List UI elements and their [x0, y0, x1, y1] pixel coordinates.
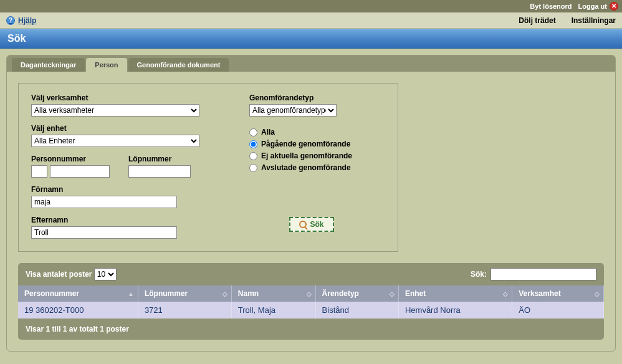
search-icon — [299, 221, 307, 228]
sort-icon: ◇ — [307, 290, 312, 297]
th-personnummer[interactable]: Personnummer ▲ — [18, 285, 138, 302]
tab-person[interactable]: Person — [86, 58, 127, 72]
fornamn-label: Förnamn — [31, 185, 218, 194]
change-password-link[interactable]: Byt lösenord — [530, 2, 572, 10]
radio-ej-aktuella[interactable]: Ej aktuella genomförande — [249, 151, 374, 160]
show-entries-select[interactable]: 10 — [94, 268, 117, 280]
th-arendetyp[interactable]: Ärendetyp ◇ — [315, 285, 398, 302]
sort-icon: ◇ — [595, 290, 600, 297]
help-label: Hjälp — [18, 16, 36, 25]
lopnummer-label: Löpnummer — [128, 155, 191, 163]
sort-icon: ◇ — [390, 290, 395, 297]
results-table: Personnummer ▲ Löpnummer ◇ Namn ◇ Ärende… — [18, 285, 604, 318]
radio-avslutade-input[interactable] — [249, 164, 257, 172]
help-link[interactable]: ? Hjälp — [6, 16, 36, 25]
cell-enhet: Hemvård Norra — [398, 302, 512, 318]
enhet-select[interactable]: Alla Enheter — [31, 135, 199, 147]
sort-icon: ◇ — [503, 290, 508, 297]
radio-pagaende[interactable]: Pågående genomförande — [249, 140, 374, 148]
cell-lopnummer: 3721 — [138, 302, 231, 318]
page-title: Sök — [7, 33, 26, 44]
personnummer-input[interactable] — [50, 165, 110, 178]
search-form: Välj verksamhet Alla verksamheter Välj e… — [18, 83, 398, 252]
table-search-label: Sök: — [471, 270, 487, 279]
verksamhet-select[interactable]: Alla verksamheter — [31, 104, 199, 117]
show-entries-label: Visa antalet poster — [26, 270, 92, 279]
enhet-label: Välj enhet — [31, 124, 218, 133]
personnummer-prefix-input[interactable] — [31, 165, 47, 178]
top-login-bar: Byt lösenord Logga ut ✕ — [0, 0, 622, 12]
cell-personnummer: 19 360202-T000 — [18, 302, 138, 318]
secondary-bar: ? Hjälp Dölj trädet Inställningar — [0, 12, 622, 29]
hide-tree-link[interactable]: Dölj trädet — [519, 16, 555, 25]
efternamn-input[interactable] — [31, 226, 177, 239]
tab-genomforande[interactable]: Genomförande dokument — [128, 58, 229, 72]
personnummer-label: Personnummer — [31, 155, 110, 163]
genomforandetyp-label: Genomförandetyp — [249, 93, 374, 102]
th-lopnummer[interactable]: Löpnummer ◇ — [138, 285, 231, 302]
radio-alla-input[interactable] — [249, 128, 257, 136]
th-verksamhet[interactable]: Verksamhet ◇ — [512, 285, 604, 302]
cell-arendetyp: Bistånd — [315, 302, 398, 318]
logout-label: Logga ut — [578, 2, 607, 10]
fornamn-input[interactable] — [31, 196, 177, 208]
settings-link[interactable]: Inställningar — [572, 16, 616, 25]
search-button[interactable]: Sök — [289, 217, 333, 232]
lopnummer-input[interactable] — [128, 165, 191, 178]
logout-link[interactable]: Logga ut ✕ — [578, 2, 618, 11]
tab-strip: Daganteckningar Person Genomförande doku… — [7, 55, 615, 72]
cell-namn: Troll, Maja — [231, 302, 315, 318]
tab-content: Välj verksamhet Alla verksamheter Välj e… — [7, 72, 615, 351]
datatable-controls: Visa antalet poster 10 Sök: — [18, 263, 604, 285]
page-title-bar: Sök — [0, 29, 622, 49]
help-icon: ? — [6, 16, 15, 25]
datatable-footer: Visar 1 till 1 av totalt 1 poster — [18, 318, 604, 340]
th-namn[interactable]: Namn ◇ — [231, 285, 315, 302]
verksamhet-label: Välj verksamhet — [31, 93, 218, 102]
radio-alla[interactable]: Alla — [249, 128, 374, 136]
main-panel: Daganteckningar Person Genomförande doku… — [6, 55, 616, 352]
cell-verksamhet: ÄO — [512, 302, 604, 318]
search-button-label: Sök — [310, 220, 323, 229]
datatable-footer-text: Visar 1 till 1 av totalt 1 poster — [26, 325, 129, 333]
close-icon: ✕ — [610, 2, 618, 11]
efternamn-label: Efternamn — [31, 216, 218, 224]
radio-avslutade[interactable]: Avslutade genomförande — [249, 163, 374, 172]
sort-icon: ▲ — [128, 290, 134, 297]
radio-ej-aktuella-input[interactable] — [249, 152, 257, 160]
tab-daganteckningar[interactable]: Daganteckningar — [12, 58, 85, 72]
table-search-input[interactable] — [490, 268, 596, 280]
table-row[interactable]: 19 360202-T000 3721 Troll, Maja Bistånd … — [18, 302, 604, 318]
genomforandetyp-select[interactable]: Alla genomförandetyper — [249, 104, 337, 117]
sort-icon: ◇ — [222, 290, 227, 297]
status-radio-group: Alla Pågående genomförande Ej aktuella g… — [249, 128, 374, 172]
radio-pagaende-input[interactable] — [249, 140, 257, 148]
th-enhet[interactable]: Enhet ◇ — [398, 285, 512, 302]
